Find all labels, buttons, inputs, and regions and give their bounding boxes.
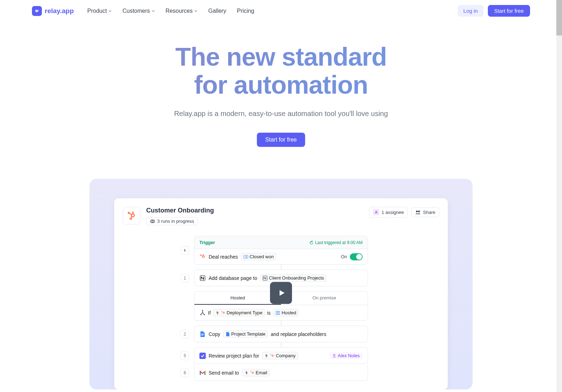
toggle-switch[interactable] bbox=[350, 253, 363, 260]
share-icon bbox=[415, 209, 421, 215]
logo-icon bbox=[32, 6, 42, 16]
bolt-icon bbox=[215, 311, 220, 315]
svg-line-4 bbox=[129, 213, 132, 215]
notion-icon bbox=[199, 275, 206, 281]
trigger-body: Deal reaches Closed won On bbox=[194, 249, 368, 264]
hero-title: The new standard for automation bbox=[7, 43, 555, 99]
chevron-down-icon bbox=[151, 9, 155, 13]
start-free-button[interactable]: Start for free bbox=[488, 5, 530, 17]
hubspot-tiny-icon bbox=[221, 311, 225, 315]
chevron-down-icon bbox=[108, 9, 112, 13]
notion-small-icon bbox=[263, 276, 268, 281]
logo-text: relay.app bbox=[45, 7, 74, 15]
step-2[interactable]: 2 Copy Project Template and replace plac… bbox=[194, 326, 368, 342]
runs-badge[interactable]: 3 runs in progress bbox=[146, 217, 198, 225]
svg-point-10 bbox=[418, 211, 420, 212]
svg-point-9 bbox=[416, 211, 418, 212]
logo[interactable]: relay.app bbox=[32, 6, 74, 16]
play-icon bbox=[277, 289, 286, 297]
bolt-icon bbox=[183, 249, 187, 252]
avatar-icon: A bbox=[373, 209, 379, 215]
svg-rect-27 bbox=[201, 335, 204, 335]
svg-point-3 bbox=[130, 218, 132, 220]
hero-start-button[interactable]: Start for free bbox=[257, 133, 305, 147]
hubspot-tiny-icon bbox=[270, 354, 274, 358]
tab-onpremise[interactable]: On premise bbox=[281, 292, 368, 305]
field-chip: Deployment Type bbox=[213, 309, 265, 316]
hero-subtitle: Relay.app is a modern, easy-to-use autom… bbox=[7, 110, 555, 118]
svg-point-31 bbox=[333, 354, 335, 356]
step-number: 2 bbox=[181, 330, 189, 338]
trigger-badge bbox=[181, 246, 189, 255]
refresh-icon bbox=[309, 241, 314, 245]
condition-row: If Deployment Type is Hosted bbox=[194, 305, 368, 320]
person-icon bbox=[332, 354, 336, 358]
chevron-down-icon bbox=[194, 9, 198, 13]
step-6[interactable]: 6 Send email to Email bbox=[194, 365, 368, 381]
tab-hosted[interactable]: Hosted bbox=[194, 292, 281, 305]
trigger-time: Last triggered at 9:00 AM bbox=[309, 240, 363, 245]
template-chip: Project Template bbox=[223, 330, 268, 338]
gmail-icon bbox=[199, 370, 206, 376]
svg-point-29 bbox=[272, 355, 274, 356]
assignee-badge[interactable]: A 1 assignee bbox=[369, 207, 408, 217]
svg-point-21 bbox=[223, 312, 224, 313]
nav-customers[interactable]: Customers bbox=[122, 8, 155, 14]
step-5[interactable]: 5 Review project plan for Company bbox=[194, 347, 368, 364]
step-number: 5 bbox=[181, 352, 189, 360]
hero-section: The new standard for automation Relay.ap… bbox=[0, 22, 562, 161]
share-button[interactable]: Share bbox=[411, 207, 439, 217]
svg-point-30 bbox=[271, 354, 272, 355]
email-chip: Email bbox=[242, 369, 270, 376]
svg-point-19 bbox=[200, 314, 202, 315]
play-button[interactable] bbox=[270, 282, 292, 304]
svg-point-35 bbox=[250, 371, 252, 372]
svg-point-34 bbox=[252, 372, 253, 373]
app-header: Customer Onboarding 3 runs in progress A… bbox=[123, 207, 439, 225]
hero-cta: Start for free bbox=[7, 133, 555, 147]
nav-pricing[interactable]: Pricing bbox=[237, 8, 254, 14]
app-title: Customer Onboarding bbox=[146, 207, 363, 214]
nav-right: Log in Start for free bbox=[458, 5, 530, 17]
gdocs-small-icon bbox=[226, 332, 230, 337]
check-icon bbox=[199, 353, 206, 359]
svg-line-14 bbox=[201, 255, 203, 256]
svg-point-22 bbox=[221, 311, 222, 312]
video-section: Customer Onboarding 3 runs in progress A… bbox=[89, 179, 473, 390]
bolt-icon bbox=[264, 354, 269, 358]
gdocs-icon bbox=[199, 331, 206, 337]
company-chip: Company bbox=[262, 352, 298, 359]
nav-gallery[interactable]: Gallery bbox=[208, 8, 226, 14]
login-button[interactable]: Log in bbox=[458, 5, 484, 17]
value-chip: Hosted bbox=[273, 309, 299, 316]
status-chip: Closed won bbox=[241, 253, 276, 260]
connector bbox=[281, 265, 281, 270]
scrollbar[interactable] bbox=[556, 0, 562, 390]
svg-rect-28 bbox=[201, 335, 203, 336]
nav-product[interactable]: Product bbox=[87, 8, 112, 14]
scrollbar-thumb[interactable] bbox=[556, 0, 562, 35]
db-chip: Client Onboarding Projects bbox=[260, 274, 326, 282]
connector bbox=[281, 321, 281, 326]
trigger-step[interactable]: Trigger Last triggered at 9:00 AM Deal r… bbox=[194, 236, 368, 265]
trigger-label: Trigger bbox=[199, 240, 215, 245]
step-assignee[interactable]: Alex Noles bbox=[329, 352, 363, 359]
arrow-right-icon bbox=[243, 254, 248, 259]
hubspot-icon bbox=[123, 207, 140, 225]
svg-rect-25 bbox=[276, 314, 280, 315]
nav-resources[interactable]: Resources bbox=[166, 8, 198, 14]
branch-icon bbox=[199, 310, 206, 316]
main-navigation: relay.app Product Customers Resources Ga… bbox=[0, 0, 562, 22]
step-number: 1 bbox=[181, 274, 189, 282]
list-icon bbox=[275, 310, 280, 315]
trigger-header: Trigger Last triggered at 9:00 AM bbox=[194, 236, 368, 249]
header-right: A 1 assignee Share bbox=[369, 207, 439, 217]
svg-point-13 bbox=[203, 254, 204, 255]
svg-rect-23 bbox=[276, 311, 280, 312]
nav-links: Product Customers Resources Gallery Pric… bbox=[87, 8, 254, 14]
svg-rect-26 bbox=[201, 334, 204, 334]
svg-rect-24 bbox=[276, 313, 280, 313]
bolt-icon bbox=[244, 371, 249, 375]
runs-icon bbox=[150, 219, 155, 224]
toggle-group[interactable]: On bbox=[341, 253, 363, 260]
